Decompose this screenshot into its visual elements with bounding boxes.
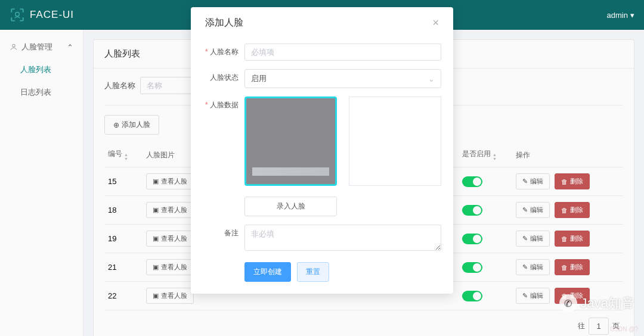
label-data: 人脸数据 <box>203 97 244 110</box>
wechat-icon: ✆ <box>559 294 577 312</box>
status-value: 启用 <box>251 73 267 84</box>
face-preview <box>349 97 441 186</box>
label-name: 人脸名称 <box>203 43 244 57</box>
remark-input[interactable] <box>244 225 441 251</box>
status-select[interactable]: 启用 ⌄ <box>244 69 441 88</box>
camera-capture[interactable] <box>244 97 337 186</box>
csdn-watermark: CSDN @? <box>610 326 638 332</box>
close-icon[interactable]: × <box>432 17 439 29</box>
dialog-header: 添加人脸 × <box>203 7 441 35</box>
submit-button[interactable]: 立即创建 <box>244 262 291 282</box>
dialog-actions: 立即创建 重置 <box>203 262 441 282</box>
face-name-input[interactable] <box>244 43 441 61</box>
capture-face-button[interactable]: 录入人脸 <box>244 197 337 216</box>
face-data-area <box>244 97 441 186</box>
watermark: ✆ Java知音 <box>559 294 634 312</box>
chevron-down-icon: ⌄ <box>428 74 435 83</box>
dialog-title: 添加人脸 <box>205 17 243 29</box>
reset-button[interactable]: 重置 <box>297 262 329 282</box>
label-status: 人脸状态 <box>203 69 244 83</box>
label-remark: 备注 <box>203 225 244 238</box>
add-face-dialog: 添加人脸 × 人脸名称 人脸状态 启用 ⌄ 人脸数据 录入人脸 <box>191 7 453 294</box>
modal-overlay[interactable]: 添加人脸 × 人脸名称 人脸状态 启用 ⌄ 人脸数据 录入人脸 <box>0 0 644 336</box>
